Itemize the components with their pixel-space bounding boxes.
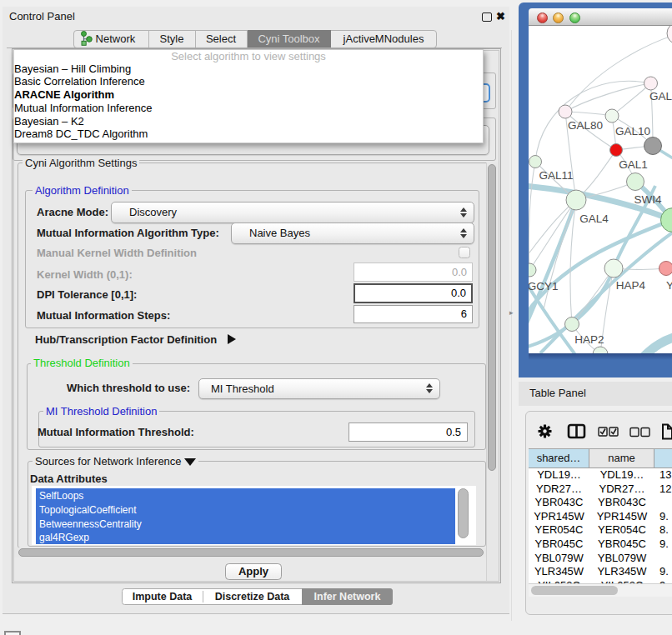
svg-text:GAL11: GAL11 xyxy=(539,169,573,182)
svg-text:YJR: YJR xyxy=(666,279,672,292)
svg-text:GCY1: GCY1 xyxy=(529,280,558,292)
svg-text:GAL10: GAL10 xyxy=(615,125,650,138)
svg-text:SWI4: SWI4 xyxy=(634,193,661,206)
svg-text:GAL7: GAL7 xyxy=(649,90,672,102)
svg-text:GAL1: GAL1 xyxy=(619,158,648,171)
svg-text:HAP2: HAP2 xyxy=(574,333,604,346)
svg-text:GAL80: GAL80 xyxy=(568,119,603,132)
svg-text:GAL4: GAL4 xyxy=(579,212,609,225)
svg-text:HAP4: HAP4 xyxy=(616,279,646,292)
